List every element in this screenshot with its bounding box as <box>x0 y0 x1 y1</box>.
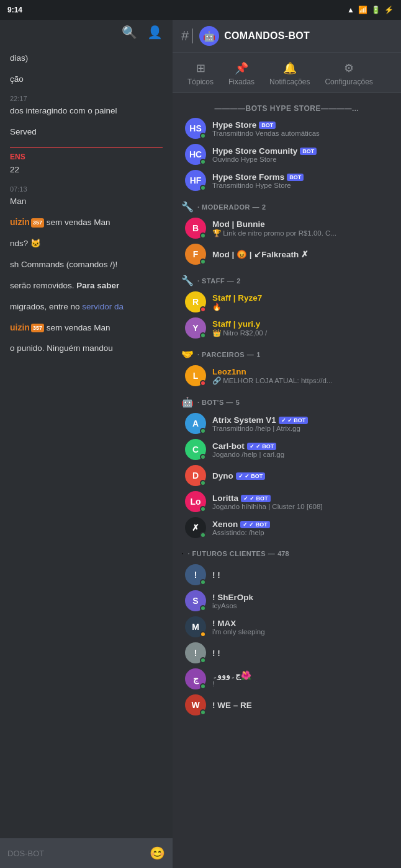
member-name: Xenon✓ BOT <box>212 520 389 529</box>
avatar: R <box>185 291 206 312</box>
tab-configuracoes[interactable]: ⚙ Configurações <box>318 58 379 92</box>
status-indicator <box>200 631 206 637</box>
list-item[interactable]: AAtrix System V1✓ BOTTransmitindo /help … <box>176 410 397 436</box>
avatar: D <box>185 465 206 486</box>
status-indicator <box>200 605 206 611</box>
emoji-icon[interactable]: 😊 <box>150 846 165 861</box>
notificacoes-icon: 🔔 <box>283 61 297 75</box>
list-item[interactable]: جج۔ووو۔🌺! <box>176 666 397 692</box>
avatar: ! <box>185 564 206 585</box>
avatar: W <box>185 694 206 715</box>
list-item[interactable]: !! ! <box>176 562 397 588</box>
role-section-header[interactable]: 🔧· STAFF — 2 <box>173 267 401 289</box>
list-item[interactable]: DDyno✓ BOT <box>176 463 397 489</box>
list-item[interactable]: S! ShErOpkicyAsos <box>176 588 397 614</box>
section-label: ENS <box>10 153 163 161</box>
configuracoes-icon: ⚙ <box>344 61 354 75</box>
status-indicator <box>200 259 206 265</box>
hype-bots-list: HSHype StoreBOTTransmitindo Vendas autom… <box>173 115 401 193</box>
member-activity: Jogando /help | carl.gg <box>212 451 389 458</box>
tab-notificacoes[interactable]: 🔔 Notificações <box>263 58 316 92</box>
signal-icon: ▲ <box>347 6 354 14</box>
member-name: ! ! <box>212 570 389 580</box>
role-icon: 🔧 <box>181 201 194 213</box>
member-name: Staff | Ryze7 <box>212 293 389 303</box>
list-item[interactable]: ✗Xenon✓ BOTAssistindo: /help <box>176 515 397 541</box>
status-indicator <box>200 454 206 460</box>
role-count: 2 <box>262 203 266 211</box>
status-indicator <box>200 332 206 339</box>
status-indicator <box>200 683 206 689</box>
status-indicator <box>200 380 206 386</box>
bot-badge: ✓ BOT <box>240 521 270 528</box>
bot-badge: ✓ BOT <box>241 495 271 502</box>
avatar: F <box>185 244 206 265</box>
search-icon[interactable]: 🔍 <box>122 25 137 40</box>
chat-message: uizin357 sem vendas Man <box>10 216 163 229</box>
list-item[interactable]: CCarl-bot✓ BOTJogando /help | carl.gg <box>176 436 397 463</box>
member-name: Hype StoreBOT <box>212 120 389 130</box>
list-item[interactable]: HFHype Store FormsBOTTransmitindo Hype S… <box>176 167 397 193</box>
avatar: S <box>185 590 206 611</box>
role-count: 1 <box>256 351 260 358</box>
avatar: C <box>185 439 206 460</box>
person-icon[interactable]: 👤 <box>147 25 163 40</box>
role-icon: 🔧 <box>181 275 194 286</box>
member-activity: Jogando hihihiha | Cluster 10 [608] <box>212 503 389 510</box>
status-indicator <box>200 709 206 715</box>
bot-badge: BOT <box>287 174 304 181</box>
role-icon: 🤖 <box>181 396 194 408</box>
chat-message: 07:13 Man <box>10 185 163 208</box>
roles-container: 🔧· MODERADOR — 2BMod | Bunnie🏆 Link de n… <box>173 193 401 718</box>
avatar: ✗ <box>185 517 206 538</box>
member-name: ! ShErOpk <box>212 593 389 602</box>
member-name: ! ! <box>212 649 389 658</box>
status-time: 9:14 <box>7 6 22 14</box>
role-section-header[interactable]: 🤝· PARCEIROS — 1 <box>173 341 401 363</box>
list-item[interactable]: HSHype StoreBOTTransmitindo Vendas autom… <box>176 115 397 141</box>
bot-badge: ✓ BOT <box>279 417 309 424</box>
tab-fixadas[interactable]: 📌 Fixadas <box>222 58 261 92</box>
member-activity: Assistindo: /help <box>212 529 389 536</box>
list-item[interactable]: HCHype Store ComunityBOTOuvindo Hype Sto… <box>176 141 397 167</box>
role-section-header[interactable]: ·· FUTUROS CLIENTES — 478 <box>173 541 401 562</box>
list-item[interactable]: LoLoritta✓ BOTJogando hihihiha | Cluster… <box>176 489 397 515</box>
chat-divider <box>10 147 163 148</box>
member-activity: i'm only sleeping <box>212 628 389 636</box>
status-indicator <box>200 428 206 434</box>
status-bar: 9:14 ▲ 📶 🔋 ⚡ <box>0 0 401 20</box>
member-activity: Ouvindo Hype Store <box>212 156 389 163</box>
right-panel: # 🤖 COMANDOS-BOT ⊞ Tópicos 📌 Fixadas 🔔 N… <box>173 0 401 868</box>
member-activity: 🏆 Link de nitro promo por R$1.00. C... <box>212 229 389 237</box>
status-indicator <box>200 232 206 239</box>
hype-store-section-title: ————BOTS HYPE STORE————... <box>173 98 401 115</box>
status-indicator <box>200 159 206 165</box>
input-placeholder[interactable]: DOS-BOT <box>7 849 145 858</box>
avatar: A <box>185 413 206 434</box>
bot-badge: BOT <box>300 148 317 155</box>
avatar: ج <box>185 668 206 689</box>
list-item[interactable]: W! WE – RE <box>176 692 397 718</box>
list-item[interactable]: RStaff | Ryze7🔥 <box>176 289 397 315</box>
member-name: Atrix System V1✓ BOT <box>212 415 389 425</box>
topicos-icon: ⊞ <box>196 61 205 75</box>
member-activity: Transmitindo Vendas automáticas <box>212 130 389 137</box>
list-item[interactable]: LLeoz1nn🔗 MELHOR LOJA ATUAL: https://d..… <box>176 363 397 389</box>
list-item[interactable]: YStaff | yuri.y👑 Nitro R$2,00 / <box>176 315 397 341</box>
wifi-icon: 📶 <box>358 6 367 14</box>
chat-message: o punido. Ninguém mandou <box>10 342 163 355</box>
status-indicator <box>200 306 206 312</box>
list-item[interactable]: BMod | Bunnie🏆 Link de nitro promo por R… <box>176 215 397 241</box>
role-section-header[interactable]: 🤖· BOT'S — 5 <box>173 389 401 410</box>
role-name: · BOT'S — <box>197 399 233 406</box>
list-item[interactable]: FMod | 😡 | ↙Falkreath ✗ <box>176 241 397 267</box>
tab-topicos[interactable]: ⊞ Tópicos <box>181 58 220 92</box>
member-name: Hype Store FormsBOT <box>212 172 389 182</box>
channel-header: # 🤖 COMANDOS-BOT <box>173 20 401 53</box>
list-item[interactable]: !! ! <box>176 640 397 666</box>
status-indicator <box>200 532 206 538</box>
status-icons: ▲ 📶 🔋 ⚡ <box>347 6 394 14</box>
chat-message: sh Commands (comandos /)! <box>10 259 163 271</box>
list-item[interactable]: M! MAXi'm only sleeping <box>176 614 397 640</box>
role-section-header[interactable]: 🔧· MODERADOR — 2 <box>173 193 401 215</box>
